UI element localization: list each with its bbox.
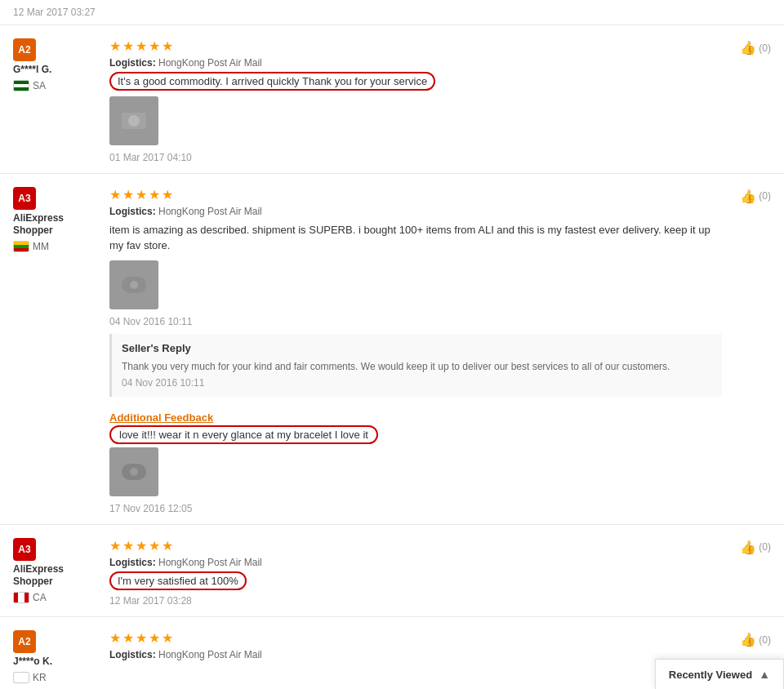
star-r3-3: ★: [136, 538, 147, 553]
star-r2-2: ★: [122, 187, 134, 202]
logistics-3: Logistics: HongKong Post Air Mail: [109, 557, 722, 568]
review-date-2: 04 Nov 2016 10:11: [109, 316, 722, 327]
review-image-1: [109, 96, 158, 145]
thumbs-button-3[interactable]: 👍 (0): [740, 540, 771, 555]
reviewer-badge-4: A2: [13, 630, 36, 653]
svg-point-5: [130, 468, 138, 476]
stars-r3: ★ ★ ★ ★ ★: [109, 538, 722, 553]
logistics-label-1: Logistics:: [109, 57, 156, 69]
additional-feedback-text-wrap: love it!!! wear it n every glance at my …: [109, 429, 722, 441]
reviewer-badge-2: A3: [13, 187, 36, 210]
star-r4-3: ★: [136, 630, 147, 646]
star-3: ★: [136, 38, 147, 54]
additional-feedback-2: Additional Feedback love it!!! wear it n…: [109, 405, 722, 514]
thumbs-area-2: 👍 (0): [722, 187, 771, 514]
sellers-reply-date-2: 04 Nov 2016 10:11: [122, 377, 712, 389]
reviewer-name-2: AliExpress Shopper: [13, 212, 103, 238]
reviewer-name-1: G****l G.: [13, 64, 51, 77]
review-content-1: ★ ★ ★ ★ ★ Logistics: HongKong Post Air M…: [103, 38, 722, 163]
star-r4-5: ★: [162, 630, 173, 646]
star-4: ★: [149, 38, 160, 54]
review-text-circled-3: I'm very satisfied at 100%: [109, 571, 247, 590]
star-r3-4: ★: [149, 538, 160, 553]
review-date-3: 12 Mar 2017 03:28: [109, 595, 722, 607]
thumbs-count-3: (0): [759, 541, 771, 553]
thumbs-icon-2: 👍: [740, 189, 756, 204]
thumbs-button-2[interactable]: 👍 (0): [740, 189, 771, 204]
flag-label-3: CA: [33, 592, 47, 603]
reviewer-flag-2: MM: [13, 241, 49, 252]
sellers-reply-2: Seller's Reply Thank you very much for y…: [109, 334, 722, 397]
thumbs-icon-4: 👍: [740, 632, 756, 647]
review-image-2: [109, 260, 158, 309]
feedback-text-circled-2: love it!!! wear it n every glance at my …: [109, 425, 378, 444]
star-r3-5: ★: [162, 538, 173, 553]
star-r2-4: ★: [149, 187, 160, 202]
badge-text-2: A3: [18, 193, 30, 204]
star-r4-2: ★: [122, 630, 134, 646]
logistics-value-1: HongKong Post Air Mail: [158, 57, 262, 69]
logistics-value-4: HongKong Post Air Mail: [158, 649, 262, 660]
svg-point-1: [128, 115, 140, 127]
chevron-up-icon: ▲: [759, 668, 770, 681]
logistics-value-3: HongKong Post Air Mail: [158, 557, 262, 568]
thumbs-button-1[interactable]: 👍 (0): [740, 40, 771, 56]
reviewer-name-4: J****o K.: [13, 656, 52, 669]
star-r3-1: ★: [109, 538, 121, 553]
additional-feedback-image-2: [109, 447, 158, 496]
top-date: 12 Mar 2017 03:27: [0, 0, 784, 25]
review-text-2: item is amazing as described. shipment i…: [109, 222, 722, 254]
review-content-3: ★ ★ ★ ★ ★ Logistics: HongKong Post Air M…: [103, 538, 722, 607]
thumbs-count-1: (0): [759, 42, 771, 54]
flag-icon-kr: [13, 672, 29, 683]
review-text-3: I'm very satisfied at 100%: [109, 573, 722, 589]
review-item-2: A3 AliExpress Shopper MM ★ ★ ★ ★ ★ Logis…: [0, 174, 784, 525]
reviewer-name-3: AliExpress Shopper: [13, 563, 103, 589]
logistics-1: Logistics: HongKong Post Air Mail: [109, 57, 722, 69]
additional-feedback-date-2: 17 Nov 2016 12:05: [109, 503, 722, 514]
thumbs-button-4[interactable]: 👍 (0): [740, 632, 771, 647]
flag-icon-sa: [13, 80, 29, 91]
review-content-2: ★ ★ ★ ★ ★ Logistics: HongKong Post Air M…: [103, 187, 722, 514]
reviewer-flag-1: SA: [13, 80, 46, 91]
review-text-1: It's a good commodity. I arrived quickly…: [109, 73, 722, 90]
flag-label-4: KR: [33, 672, 47, 683]
thumbs-icon-1: 👍: [740, 40, 756, 56]
page-wrapper: 12 Mar 2017 03:27 A2 G****l G. SA ★ ★ ★ …: [0, 0, 784, 689]
review-text-circled-1: It's a good commodity. I arrived quickly…: [109, 72, 435, 91]
star-r3-2: ★: [122, 538, 134, 553]
stars-r4: ★ ★ ★ ★ ★: [109, 630, 722, 646]
stars-r2: ★ ★ ★ ★ ★: [109, 187, 722, 202]
thumbs-count-2: (0): [759, 190, 771, 202]
thumbs-icon-3: 👍: [740, 540, 756, 555]
thumbs-area-3: 👍 (0): [722, 538, 771, 607]
reviewer-col-1: A2 G****l G. SA: [13, 38, 103, 163]
recently-viewed-bar[interactable]: Recently Viewed ▲: [655, 659, 784, 689]
thumbs-count-4: (0): [759, 634, 771, 646]
logistics-value-2: HongKong Post Air Mail: [158, 206, 262, 217]
logistics-label-2: Logistics:: [109, 206, 156, 217]
star-r2-1: ★: [109, 187, 121, 202]
reviewer-col-3: A3 AliExpress Shopper CA: [13, 538, 103, 607]
additional-feedback-title-2[interactable]: Additional Feedback: [109, 411, 722, 424]
svg-point-3: [130, 281, 138, 289]
review-item-1: A2 G****l G. SA ★ ★ ★ ★ ★ Logistics: Hon…: [0, 25, 784, 174]
thumbs-area-1: 👍 (0): [722, 38, 771, 163]
reviewer-badge-3: A3: [13, 538, 36, 561]
logistics-4: Logistics: HongKong Post Air Mail: [109, 649, 722, 660]
logistics-2: Logistics: HongKong Post Air Mail: [109, 206, 722, 217]
star-1: ★: [109, 38, 121, 54]
review-item-3: A3 AliExpress Shopper CA ★ ★ ★ ★ ★ Logis…: [0, 525, 784, 618]
badge-text-1: A2: [18, 44, 30, 56]
logistics-label-3: Logistics:: [109, 557, 156, 568]
reviewer-flag-3: CA: [13, 592, 47, 603]
recently-viewed-label: Recently Viewed: [669, 669, 752, 681]
star-2: ★: [122, 38, 134, 54]
review-date-1: 01 Mar 2017 04:10: [109, 152, 722, 163]
review-content-4: ★ ★ ★ ★ ★ Logistics: HongKong Post Air M…: [103, 630, 722, 683]
reviewer-col-4: A2 J****o K. KR: [13, 630, 103, 683]
flag-label-1: SA: [33, 80, 46, 91]
flag-label-2: MM: [33, 241, 49, 252]
sellers-reply-title-2: Seller's Reply: [122, 342, 712, 354]
stars-1: ★ ★ ★ ★ ★: [109, 38, 722, 54]
